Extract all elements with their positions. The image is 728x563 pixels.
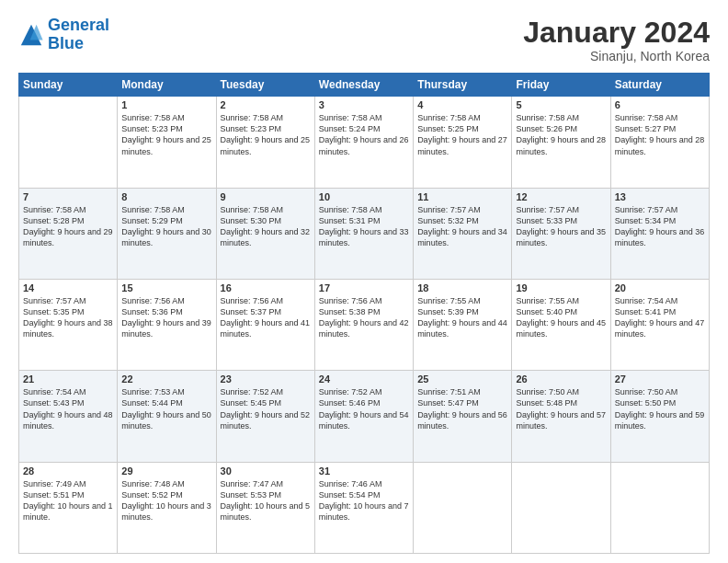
calendar-week-4: 21Sunrise: 7:54 AMSunset: 5:43 PMDayligh…: [19, 371, 710, 462]
day-number: 4: [417, 99, 507, 110]
calendar-cell: [512, 462, 610, 553]
day-number: 31: [319, 465, 409, 477]
day-number: 14: [23, 282, 113, 293]
day-number: 9: [221, 191, 311, 202]
day-number: 2: [221, 99, 311, 110]
calendar-cell: 14Sunrise: 7:57 AMSunset: 5:35 PMDayligh…: [19, 279, 118, 370]
calendar-cell: 31Sunrise: 7:46 AMSunset: 5:54 PMDayligh…: [314, 462, 413, 553]
day-number: 27: [615, 373, 705, 385]
calendar-cell: [610, 462, 709, 553]
calendar-cell: 21Sunrise: 7:54 AMSunset: 5:43 PMDayligh…: [19, 371, 118, 462]
cell-text: Sunrise: 7:58 AMSunset: 5:23 PMDaylight:…: [121, 112, 211, 157]
calendar-cell: 5Sunrise: 7:58 AMSunset: 5:26 PMDaylight…: [512, 97, 610, 188]
calendar-week-2: 7Sunrise: 7:58 AMSunset: 5:28 PMDaylight…: [19, 188, 710, 279]
logo-text: General Blue: [48, 17, 109, 53]
logo-general: General: [48, 16, 109, 34]
cell-text: Sunrise: 7:51 AMSunset: 5:47 PMDaylight:…: [417, 386, 507, 431]
calendar-header-row: SundayMondayTuesdayWednesdayThursdayFrid…: [19, 74, 710, 97]
day-number: 26: [516, 373, 606, 385]
location: Sinanju, North Korea: [523, 49, 710, 63]
day-number: 30: [221, 465, 311, 477]
calendar-cell: 8Sunrise: 7:58 AMSunset: 5:29 PMDaylight…: [118, 188, 216, 279]
cell-text: Sunrise: 7:50 AMSunset: 5:48 PMDaylight:…: [516, 386, 606, 431]
cell-text: Sunrise: 7:58 AMSunset: 5:27 PMDaylight:…: [615, 112, 705, 157]
calendar-cell: 6Sunrise: 7:58 AMSunset: 5:27 PMDaylight…: [610, 97, 709, 188]
day-number: 25: [417, 373, 507, 385]
day-header-saturday: Saturday: [610, 74, 709, 97]
day-number: 23: [221, 373, 311, 385]
title-section: January 2024 Sinanju, North Korea: [523, 17, 710, 63]
cell-text: Sunrise: 7:58 AMSunset: 5:25 PMDaylight:…: [417, 112, 507, 157]
calendar-cell: 16Sunrise: 7:56 AMSunset: 5:37 PMDayligh…: [216, 279, 314, 370]
day-number: 11: [417, 191, 507, 202]
calendar-cell: 11Sunrise: 7:57 AMSunset: 5:32 PMDayligh…: [414, 188, 512, 279]
calendar-cell: 27Sunrise: 7:50 AMSunset: 5:50 PMDayligh…: [610, 371, 709, 462]
calendar-cell: 9Sunrise: 7:58 AMSunset: 5:30 PMDaylight…: [216, 188, 314, 279]
day-number: 12: [516, 191, 606, 202]
day-number: 10: [319, 191, 409, 202]
cell-text: Sunrise: 7:50 AMSunset: 5:50 PMDaylight:…: [615, 386, 705, 431]
calendar-cell: 24Sunrise: 7:52 AMSunset: 5:46 PMDayligh…: [314, 371, 413, 462]
day-number: 16: [221, 282, 311, 293]
calendar-week-3: 14Sunrise: 7:57 AMSunset: 5:35 PMDayligh…: [19, 279, 710, 370]
day-number: 15: [121, 282, 211, 293]
day-header-sunday: Sunday: [19, 74, 118, 97]
cell-text: Sunrise: 7:58 AMSunset: 5:23 PMDaylight:…: [221, 112, 311, 157]
day-number: 17: [319, 282, 409, 293]
calendar-cell: 22Sunrise: 7:53 AMSunset: 5:44 PMDayligh…: [118, 371, 216, 462]
day-number: 13: [615, 191, 705, 202]
cell-text: Sunrise: 7:49 AMSunset: 5:51 PMDaylight:…: [23, 478, 113, 523]
day-number: 1: [121, 99, 211, 110]
day-header-wednesday: Wednesday: [314, 74, 413, 97]
calendar-cell: 19Sunrise: 7:55 AMSunset: 5:40 PMDayligh…: [512, 279, 610, 370]
cell-text: Sunrise: 7:58 AMSunset: 5:24 PMDaylight:…: [319, 112, 409, 157]
day-number: 29: [121, 465, 211, 477]
calendar-cell: 3Sunrise: 7:58 AMSunset: 5:24 PMDaylight…: [314, 97, 413, 188]
cell-text: Sunrise: 7:47 AMSunset: 5:53 PMDaylight:…: [221, 478, 311, 523]
day-header-tuesday: Tuesday: [216, 74, 314, 97]
calendar-cell: 17Sunrise: 7:56 AMSunset: 5:38 PMDayligh…: [314, 279, 413, 370]
page: General Blue January 2024 Sinanju, North…: [0, 0, 728, 563]
day-number: 3: [319, 99, 409, 110]
calendar-cell: 13Sunrise: 7:57 AMSunset: 5:34 PMDayligh…: [610, 188, 709, 279]
cell-text: Sunrise: 7:57 AMSunset: 5:33 PMDaylight:…: [516, 204, 606, 249]
day-number: 6: [615, 99, 705, 110]
cell-text: Sunrise: 7:55 AMSunset: 5:39 PMDaylight:…: [417, 295, 507, 340]
calendar-cell: 28Sunrise: 7:49 AMSunset: 5:51 PMDayligh…: [19, 462, 118, 553]
calendar-week-1: 1Sunrise: 7:58 AMSunset: 5:23 PMDaylight…: [19, 97, 710, 188]
logo: General Blue: [18, 17, 109, 53]
calendar-cell: 1Sunrise: 7:58 AMSunset: 5:23 PMDaylight…: [118, 97, 216, 188]
calendar-cell: 15Sunrise: 7:56 AMSunset: 5:36 PMDayligh…: [118, 279, 216, 370]
cell-text: Sunrise: 7:58 AMSunset: 5:28 PMDaylight:…: [23, 204, 113, 249]
calendar-cell: 30Sunrise: 7:47 AMSunset: 5:53 PMDayligh…: [216, 462, 314, 553]
cell-text: Sunrise: 7:46 AMSunset: 5:54 PMDaylight:…: [319, 478, 409, 523]
day-number: 5: [516, 99, 606, 110]
logo-icon: [18, 22, 44, 48]
cell-text: Sunrise: 7:54 AMSunset: 5:43 PMDaylight:…: [23, 386, 113, 431]
cell-text: Sunrise: 7:58 AMSunset: 5:31 PMDaylight:…: [319, 204, 409, 249]
day-number: 21: [23, 373, 113, 385]
calendar-cell: 4Sunrise: 7:58 AMSunset: 5:25 PMDaylight…: [414, 97, 512, 188]
cell-text: Sunrise: 7:56 AMSunset: 5:38 PMDaylight:…: [319, 295, 409, 340]
cell-text: Sunrise: 7:54 AMSunset: 5:41 PMDaylight:…: [615, 295, 705, 340]
day-header-thursday: Thursday: [414, 74, 512, 97]
calendar-cell: 25Sunrise: 7:51 AMSunset: 5:47 PMDayligh…: [414, 371, 512, 462]
cell-text: Sunrise: 7:56 AMSunset: 5:37 PMDaylight:…: [221, 295, 311, 340]
cell-text: Sunrise: 7:55 AMSunset: 5:40 PMDaylight:…: [516, 295, 606, 340]
calendar-cell: 10Sunrise: 7:58 AMSunset: 5:31 PMDayligh…: [314, 188, 413, 279]
month-title: January 2024: [523, 17, 710, 49]
day-header-monday: Monday: [118, 74, 216, 97]
cell-text: Sunrise: 7:57 AMSunset: 5:32 PMDaylight:…: [417, 204, 507, 249]
day-number: 18: [417, 282, 507, 293]
cell-text: Sunrise: 7:56 AMSunset: 5:36 PMDaylight:…: [121, 295, 211, 340]
cell-text: Sunrise: 7:57 AMSunset: 5:35 PMDaylight:…: [23, 295, 113, 340]
day-number: 24: [319, 373, 409, 385]
calendar-cell: [19, 97, 118, 188]
cell-text: Sunrise: 7:58 AMSunset: 5:30 PMDaylight:…: [221, 204, 311, 249]
calendar-table: SundayMondayTuesdayWednesdayThursdayFrid…: [18, 73, 710, 554]
cell-text: Sunrise: 7:57 AMSunset: 5:34 PMDaylight:…: [615, 204, 705, 249]
calendar-cell: 7Sunrise: 7:58 AMSunset: 5:28 PMDaylight…: [19, 188, 118, 279]
day-number: 28: [23, 465, 113, 477]
calendar-week-5: 28Sunrise: 7:49 AMSunset: 5:51 PMDayligh…: [19, 462, 710, 553]
calendar-cell: 12Sunrise: 7:57 AMSunset: 5:33 PMDayligh…: [512, 188, 610, 279]
